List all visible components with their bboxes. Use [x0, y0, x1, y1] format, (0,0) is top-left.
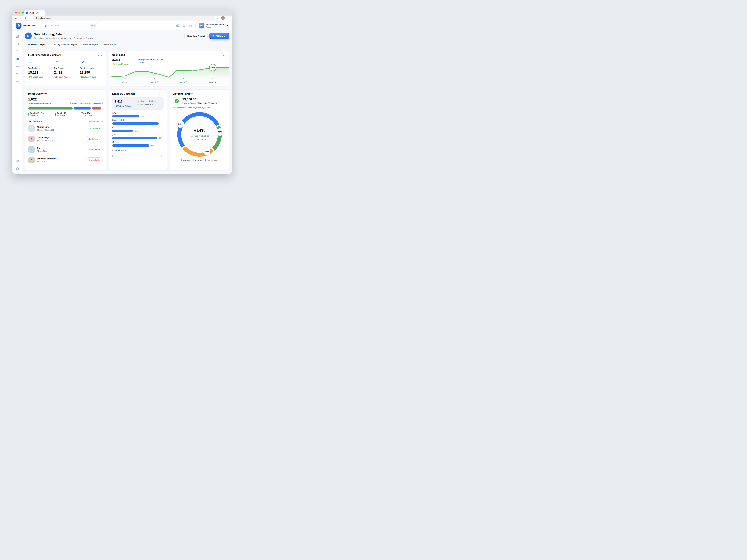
browser-tab[interactable]: Prato TMS ×: [24, 10, 45, 16]
card-title: Loads By Customer: [112, 92, 135, 95]
bar-label: APL: [112, 112, 163, 114]
tab-delivery-summary-report[interactable]: Delivery Summary Report: [50, 42, 80, 47]
chevron-down-icon[interactable]: ▼: [227, 25, 229, 27]
legend-tick-icon: [205, 159, 206, 161]
kebab-menu-icon[interactable]: ●●●: [98, 93, 103, 95]
sidebar-item-fleet[interactable]: [16, 73, 19, 76]
device-notification-icon[interactable]: [183, 24, 186, 27]
tab-general-report[interactable]: General Report: [25, 42, 50, 47]
driver-list-item[interactable]: B Brooklyn Simmons 24 Jan 2024 Unavailab…: [28, 155, 103, 165]
home-button[interactable]: ⌂: [29, 17, 32, 20]
metric-top-delivery: Top Delivery 15,121 +8% Last 7 days: [28, 59, 51, 78]
legend-family-mart: Family Mart: [205, 159, 217, 161]
driver-list-item[interactable]: G Gina Kinaya 24 Jan – 26 Jan 2024 On De…: [28, 134, 103, 144]
sidebar-item-map[interactable]: [16, 42, 19, 46]
legend-walmart: Walmart: [181, 159, 191, 161]
bar-group: PIL 421: [112, 127, 163, 132]
progress-unavailable: [92, 107, 101, 109]
slice-badge-family-mart: 20%: [216, 128, 224, 136]
account-payable-card: Account Payable ●●● $3,600.00 Payable Pe…: [170, 89, 229, 170]
status-badge: Unavailable: [86, 157, 103, 163]
driver-avatar: B: [28, 157, 35, 163]
total-drivers-label: Total Registered Drivers: [28, 103, 51, 105]
return-box-icon: [54, 59, 60, 65]
browser-profile-avatar[interactable]: [221, 16, 225, 20]
sidebar-item-activity[interactable]: [16, 65, 19, 68]
sidebar-item-support[interactable]: [16, 167, 19, 170]
driver-list-item[interactable]: A Abigail Noto 24 Jan – 26 Jan 2024 On D…: [28, 124, 103, 133]
kebab-menu-icon[interactable]: ●●●: [159, 93, 163, 95]
sidebar-item-help[interactable]: [16, 159, 19, 163]
slice-badge-amazon: 25%: [203, 148, 210, 155]
ai-support-button[interactable]: ✦ AI Support: [209, 33, 229, 39]
close-window-button[interactable]: [15, 11, 17, 14]
metric-created-loads: Created Loads 12,290 +13% Last 7 days: [77, 59, 103, 78]
app-logo-icon: [16, 23, 22, 29]
legend-tick-icon: [55, 113, 56, 115]
chart-x-axis: Week 1 Week 2 Week 3 Week 4: [109, 79, 229, 85]
minimize-window-button[interactable]: [18, 11, 20, 14]
legend-available: Total 256 : Available: [55, 112, 76, 117]
download-report-button[interactable]: Download Report: [184, 33, 208, 39]
driver-name: Gina Kinaya: [37, 136, 55, 139]
open-load-value: 8,211: [112, 58, 128, 61]
progress-on-delivery: [28, 107, 73, 109]
axis-max: 4500: [159, 155, 163, 157]
driver-status-progress-bar: [28, 107, 103, 109]
legend-amazon: Amazon: [194, 159, 203, 161]
tab-close-icon[interactable]: ×: [42, 12, 43, 14]
bar: [112, 144, 149, 147]
kebab-menu-icon[interactable]: ●●●: [98, 54, 103, 56]
search-input[interactable]: [47, 24, 88, 27]
sidebar-item-payments[interactable]: [16, 80, 19, 83]
legend-tick-icon: [181, 159, 182, 161]
back-button[interactable]: ←: [14, 17, 18, 20]
card-title: Account Payable: [173, 92, 193, 95]
bar: [112, 137, 157, 139]
slice-badge-walmart: 55%: [177, 120, 184, 128]
more-details-link[interactable]: More details»: [112, 149, 163, 152]
sidebar-item-dashboard[interactable]: [16, 35, 19, 38]
driver-date: 24 Jan 2024: [37, 150, 48, 152]
bar-group: JB Hunt 962: [112, 141, 163, 147]
bar: [112, 130, 133, 132]
kebab-menu-icon[interactable]: ●●●: [221, 54, 226, 56]
chevrons-right-icon: »: [125, 149, 126, 152]
open-load-card: Open Load ●●● 8,211 +12% Last 7 days Kee…: [109, 51, 229, 86]
top-delivery-list-title: Top Delivery: [28, 120, 42, 123]
kebab-menu-icon[interactable]: ●●●: [221, 93, 226, 95]
driver-name: Jeje: [37, 147, 48, 149]
bar-value: 421: [134, 130, 137, 132]
chart-highlight-badge: 8,211: [209, 64, 216, 71]
donut-center-caption: Increase in payablesvs last month: [190, 134, 209, 141]
tab-driver-report[interactable]: Driver Report: [101, 42, 120, 47]
chevrons-right-icon: »: [101, 120, 103, 123]
mail-icon[interactable]: [176, 24, 179, 27]
more-details-link[interactable]: More details»: [89, 120, 103, 123]
sidebar-item-drivers[interactable]: [16, 50, 19, 53]
broadcast-icon[interactable]: [189, 24, 192, 27]
bookmark-star-icon[interactable]: ☆: [216, 17, 220, 20]
tab-payable-report[interactable]: Payable Report: [80, 42, 101, 47]
browser-menu-icon[interactable]: ⋮: [227, 17, 230, 20]
bar-value: 962: [151, 144, 154, 147]
bar-label: Hapag–Lolyd: [112, 119, 163, 121]
reload-button[interactable]: ⟳: [24, 17, 27, 20]
user-menu[interactable]: MS Mohammad Salah Admin ▼: [199, 23, 229, 28]
driver-avatar: G: [28, 136, 35, 142]
url-bar[interactable]: prato.io/report: [34, 16, 214, 20]
open-load-area-chart: 8,211: [109, 65, 229, 79]
sidebar-item-reports-active[interactable]: [16, 57, 19, 61]
forward-button[interactable]: →: [19, 17, 22, 20]
user-name: Mohammad Salah: [206, 23, 224, 26]
driver-avatar: J: [28, 146, 35, 153]
sidebar: [12, 31, 22, 174]
loads-summary-box: 3,412 +10% Last 7 days Monitor load dist…: [112, 97, 163, 110]
new-tab-button[interactable]: +: [46, 11, 50, 15]
search-bar[interactable]: ⌘ F: [42, 23, 97, 28]
maximize-window-button[interactable]: [22, 11, 24, 14]
driver-list-item[interactable]: J Jeje 24 Jan 2024 Unavailable: [28, 145, 103, 154]
donut-legend: Walmart Amazon Family Mart: [173, 159, 226, 161]
loads-change: +10% Last 7 days: [115, 105, 131, 107]
driver-date: 24 Jan 2024: [37, 161, 57, 163]
